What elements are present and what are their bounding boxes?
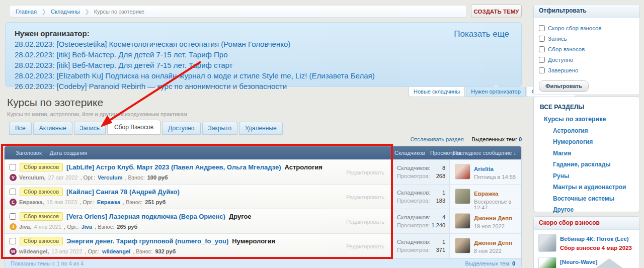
breadcrumb-home[interactable]: Главная — [16, 9, 37, 15]
upcoming-item-link[interactable]: Вебинар 4К: Поток (Lee) — [560, 236, 629, 242]
filter-option-link[interactable]: Сбор взносов — [548, 46, 585, 52]
members-count: 8 — [442, 164, 445, 172]
tab-fee-collection[interactable]: Сбор Взносов — [107, 120, 160, 135]
members-label: Складчиков: — [397, 238, 431, 246]
last-poster-avatar[interactable] — [455, 238, 470, 253]
organizer-link[interactable]: Verculum — [98, 174, 123, 181]
topic-select-checkbox[interactable] — [10, 189, 16, 195]
stats-cell: Складчиков:1 Просмотров:371 — [392, 234, 449, 258]
create-topic-button[interactable]: СОЗДАТЬ ТЕМУ — [471, 5, 522, 18]
views-label: Просмотров: — [397, 246, 430, 254]
tab-deleted[interactable]: Удаленные — [239, 122, 283, 135]
created-date: 4 янв 2021 — [34, 224, 61, 230]
notice-link[interactable]: 28.02.2023: [Elizabeth Ku] Подписка на о… — [15, 70, 512, 81]
show-more-link[interactable]: Показать еще — [454, 29, 509, 39]
edit-link[interactable]: Редактировать — [346, 219, 384, 225]
sort-by-created[interactable]: Дата создания — [50, 150, 88, 156]
breadcrumb-current: Курсы по эзотерике — [94, 9, 144, 15]
filter-apply-button[interactable]: Фильтровать — [539, 80, 589, 92]
section-toolbar: Отслеживать раздел Выделенных тем: 0 — [411, 136, 522, 142]
selected-topics-label: Выделенных тем: — [465, 260, 511, 266]
organizer-link[interactable]: wildeangel — [102, 248, 130, 254]
page-title: Курсы по эзотерике — [7, 97, 103, 109]
last-poster-link[interactable]: Arielita — [474, 166, 494, 172]
topic-select-checkbox[interactable] — [10, 238, 16, 244]
last-poster-avatar[interactable] — [455, 189, 470, 204]
filter-option-link[interactable]: Завершено — [548, 67, 578, 73]
edit-link[interactable]: Редактировать — [346, 194, 384, 200]
filter-option-link[interactable]: Скоро сбор взносов — [548, 25, 602, 31]
organizer-link[interactable]: Евражка — [97, 199, 120, 205]
topic-select-checkbox[interactable] — [10, 164, 16, 170]
last-poster-avatar[interactable] — [455, 164, 470, 180]
topic-title-link[interactable]: [Vera Oriens] Лазерная подключка (Вера О… — [66, 213, 225, 220]
notice-link[interactable]: 28.02.2023: [Osteoestetika] Косметологич… — [15, 39, 512, 49]
upcoming-panel-title: Скоро сбор взносов — [534, 217, 639, 230]
org-label: , Орг.: — [64, 224, 79, 230]
members-label: Складчиков: — [397, 164, 431, 172]
section-link-other[interactable]: Другое — [553, 206, 633, 213]
section-link-divination[interactable]: Гадание, расклады — [553, 161, 633, 168]
last-poster-link[interactable]: Джонни Депп — [474, 215, 512, 221]
topic-category: Астрология — [284, 163, 322, 171]
column-members: Складчиков — [394, 150, 425, 156]
sort-by-last-message[interactable]: Последнее сообщение ↓ — [453, 150, 516, 156]
notice-link[interactable]: 28.02.2023: [itik] Веб-Мастер. Для детей… — [15, 49, 512, 60]
section-root-link[interactable]: Курсы по эзотерике — [544, 116, 633, 123]
upcoming-item: [Neuro-Wave] Нейровзрыв 39. 100% определ… — [534, 253, 639, 268]
status-badge: Сбор взносов — [20, 188, 63, 196]
topic-category: Другое — [229, 213, 252, 220]
tab-all[interactable]: Все — [9, 122, 32, 135]
upcoming-item-avatar[interactable] — [538, 234, 556, 252]
table-footer: Показаны темы с 1 по 4 из 4 Выделенных т… — [5, 258, 521, 268]
filter-checkbox[interactable] — [539, 36, 545, 42]
filter-option-link[interactable]: Доступно — [548, 57, 573, 63]
notice-link[interactable]: 28.02.2023: [itik] Веб-Мастер. Для детей… — [15, 60, 512, 70]
filter-checkbox[interactable] — [539, 67, 545, 73]
fee-label: , Взнос: — [133, 248, 152, 254]
last-poster-avatar[interactable] — [455, 213, 470, 229]
notice-tab-new[interactable]: Новые складчины — [409, 87, 465, 97]
filter-checkbox[interactable] — [539, 25, 545, 31]
upcoming-item-avatar[interactable] — [538, 257, 556, 268]
starter-link[interactable]: Jiva, — [19, 224, 31, 230]
section-link-numerology[interactable]: Нумерология — [553, 138, 633, 145]
section-link-runes[interactable]: Руны — [553, 172, 633, 180]
topic-title-link[interactable]: Энергия денег. Тариф групповой (numero_f… — [66, 237, 228, 245]
organizer-link[interactable]: Jiva — [82, 224, 92, 230]
tab-closed[interactable]: Закрыто — [202, 122, 238, 135]
section-link-magic[interactable]: Магия — [553, 150, 633, 157]
topic-select-checkbox[interactable] — [10, 213, 16, 220]
sort-by-title[interactable]: Заголовок — [16, 150, 42, 156]
edit-link[interactable]: Редактировать — [346, 169, 384, 175]
tab-active[interactable]: Активные — [33, 122, 72, 135]
starter-link[interactable]: Евражка, — [19, 199, 44, 205]
created-date: 27 авг 2022 — [48, 174, 78, 181]
last-poster-link[interactable]: Джонни Депп — [474, 240, 512, 246]
breadcrumb-skladchiny[interactable]: Складчины — [51, 9, 80, 15]
watch-section-link[interactable]: Отслеживать раздел — [411, 136, 464, 142]
views-label: Просмотров: — [397, 221, 430, 229]
topic-title-link[interactable]: [Кайлас] Сангая 78 (Андрей Дуйко) — [66, 188, 180, 196]
starter-link[interactable]: Verculum, — [19, 174, 46, 181]
notice-tab-need-organizer[interactable]: Нужен организатор — [466, 87, 526, 97]
selected-topics-count: 0 — [512, 260, 515, 266]
last-message-cell: Евражка Воскресенье в 12:47 — [449, 185, 521, 209]
last-poster-link[interactable]: Евражка — [474, 191, 498, 197]
section-link-mantras[interactable]: Мантры и аудионастрои — [553, 184, 633, 191]
fee-label: , Взнос: — [123, 199, 142, 205]
starter-link[interactable]: wildeangel, — [19, 248, 49, 254]
tab-available[interactable]: Доступно — [162, 122, 200, 135]
topic-title-link[interactable]: [LabLife] Астро Клуб. Март 2023 (Павел А… — [66, 163, 281, 171]
filter-checkbox[interactable] — [539, 57, 545, 63]
edit-link[interactable]: Редактировать — [346, 243, 384, 249]
members-count: 1 — [442, 238, 445, 246]
filter-option-link[interactable]: Запись — [548, 36, 567, 42]
topic-cell: Сбор взносов [Vera Oriens] Лазерная подк… — [5, 209, 392, 233]
views-count: 1.240 — [431, 221, 445, 229]
filter-checkbox[interactable] — [539, 46, 545, 52]
section-link-astrology[interactable]: Астрология — [553, 127, 633, 134]
tab-signup[interactable]: Запись — [74, 122, 106, 135]
scroll-top-button[interactable] — [595, 258, 623, 268]
section-link-eastern[interactable]: Восточные системы — [553, 195, 633, 202]
